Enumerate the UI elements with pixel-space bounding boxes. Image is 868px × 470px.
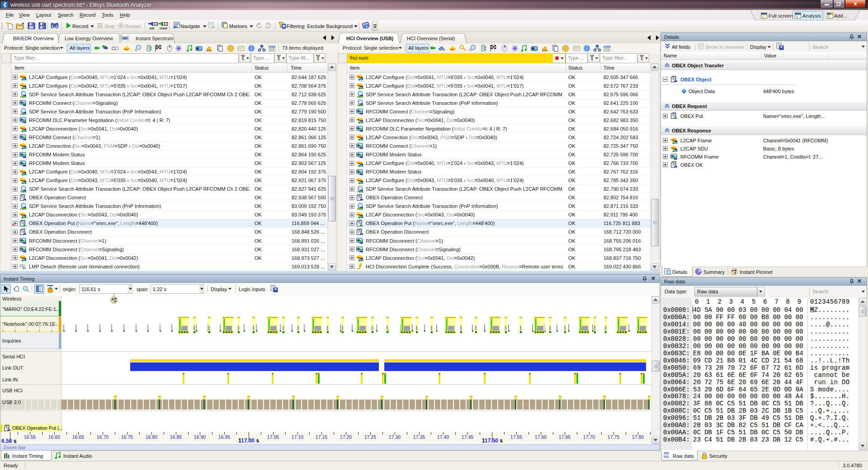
svg-text:reset: reset — [160, 27, 167, 30]
svg-text:00II0: 00II0 — [604, 45, 611, 48]
svg-text:set: set — [150, 27, 155, 30]
svg-text:00II0: 00II0 — [269, 45, 276, 48]
svg-text:?: ? — [365, 25, 368, 29]
